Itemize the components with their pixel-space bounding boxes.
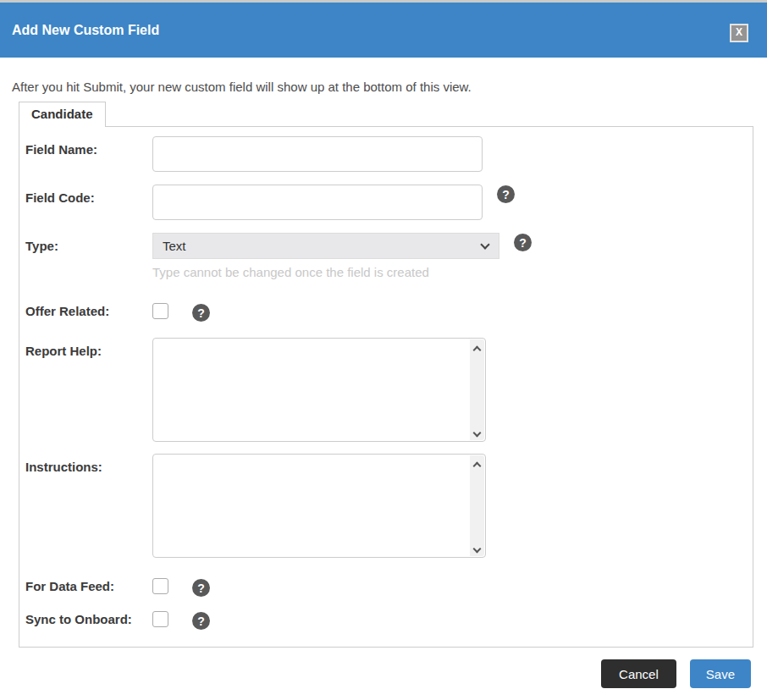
report-help-input[interactable] — [153, 339, 471, 441]
dialog-title: Add New Custom Field — [12, 23, 159, 38]
save-button[interactable]: Save — [690, 659, 751, 688]
form-panel: Field Name: Field Code: ? Type: Text ? T… — [19, 126, 753, 648]
field-name-input[interactable] — [152, 136, 483, 172]
field-name-label: Field Name: — [25, 136, 152, 158]
scroll-up-icon[interactable] — [473, 462, 482, 471]
offer-related-checkbox[interactable] — [152, 303, 168, 319]
type-select[interactable]: Text — [152, 233, 499, 259]
type-row: Type: Text ? — [25, 233, 744, 259]
dialog-footer: Cancel Save — [0, 659, 751, 688]
for-data-feed-checkbox[interactable] — [152, 578, 168, 594]
chevron-down-icon — [480, 240, 489, 249]
instructions-label: Instructions: — [25, 454, 152, 476]
type-help-icon[interactable]: ? — [514, 234, 532, 251]
for-data-feed-row: For Data Feed: ? — [25, 578, 744, 597]
for-data-feed-label: For Data Feed: — [25, 578, 152, 595]
instructions-textarea[interactable] — [152, 454, 486, 558]
for-data-feed-help-icon[interactable]: ? — [192, 579, 210, 597]
instructions-row: Instructions: — [25, 454, 744, 558]
tab-candidate[interactable]: Candidate — [19, 102, 106, 127]
field-name-row: Field Name: — [25, 136, 744, 172]
report-help-label: Report Help: — [25, 338, 152, 360]
report-help-scrollbar[interactable] — [470, 339, 484, 440]
intro-text: After you hit Submit, your new custom fi… — [12, 80, 755, 94]
dialog-header: Add New Custom Field X — [0, 3, 767, 58]
report-help-textarea[interactable] — [152, 338, 486, 442]
close-icon[interactable]: X — [730, 24, 748, 42]
field-code-label: Field Code: — [25, 185, 152, 207]
sync-to-onboard-row: Sync to Onboard: ? — [25, 611, 744, 630]
cancel-button[interactable]: Cancel — [601, 659, 676, 688]
field-code-row: Field Code: ? — [25, 185, 744, 220]
type-select-value: Text — [163, 239, 482, 253]
sync-to-onboard-label: Sync to Onboard: — [25, 611, 152, 628]
scroll-down-icon[interactable] — [473, 429, 482, 438]
instructions-input[interactable] — [153, 455, 471, 557]
field-code-input[interactable] — [152, 185, 483, 220]
scroll-up-icon[interactable] — [473, 346, 482, 355]
sync-to-onboard-checkbox[interactable] — [152, 611, 168, 627]
offer-related-help-icon[interactable]: ? — [192, 304, 210, 322]
offer-related-label: Offer Related: — [25, 303, 152, 320]
instructions-scrollbar[interactable] — [470, 455, 484, 556]
sync-to-onboard-help-icon[interactable]: ? — [192, 612, 210, 630]
field-code-help-icon[interactable]: ? — [497, 185, 515, 203]
type-label: Type: — [25, 233, 152, 255]
scroll-down-icon[interactable] — [473, 545, 482, 554]
report-help-row: Report Help: — [25, 338, 744, 442]
type-note: Type cannot be changed once the field is… — [152, 265, 744, 280]
offer-related-row: Offer Related: ? — [25, 303, 744, 322]
